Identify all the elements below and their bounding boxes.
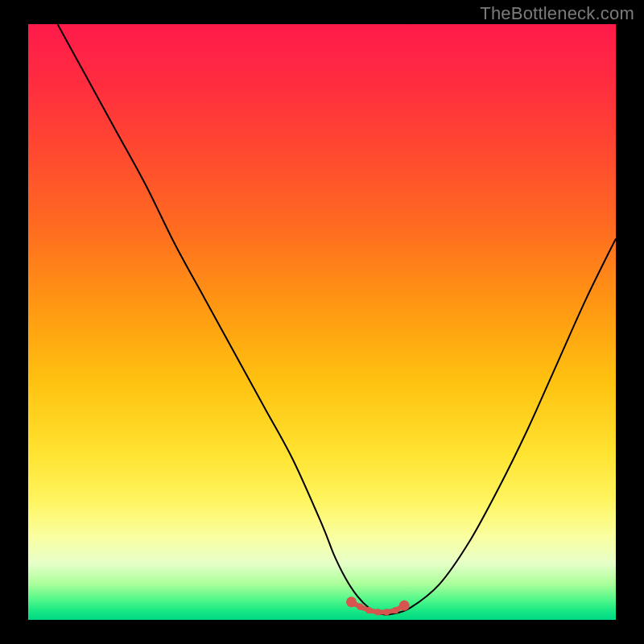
optimal-range-dot [346, 597, 357, 607]
gradient-background [28, 24, 616, 620]
optimal-range-dot [357, 604, 363, 610]
bottleneck-chart [28, 24, 616, 620]
optimal-range-dot [399, 601, 410, 611]
optimal-range-dot [365, 607, 372, 613]
optimal-range-dot [392, 607, 398, 613]
optimal-range-dot [374, 609, 381, 615]
optimal-range-dot [383, 609, 390, 615]
watermark-text: TheBottleneck.com [480, 3, 634, 24]
plot-area [28, 24, 616, 620]
chart-frame: TheBottleneck.com [0, 0, 644, 644]
